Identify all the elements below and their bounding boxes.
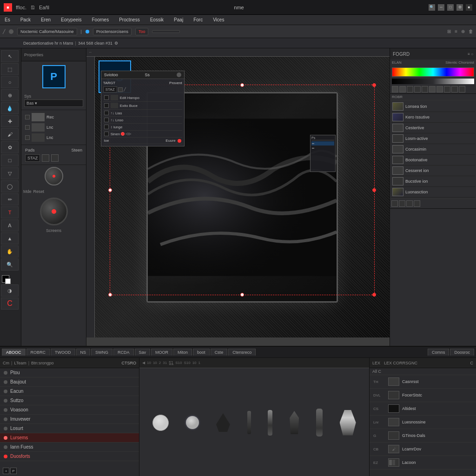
layer-item-0[interactable]: Lonsea tion — [391, 101, 475, 112]
preset-baujout[interactable]: Baujout — [0, 377, 139, 387]
float-row-6[interactable]: loe Euure — [103, 138, 182, 144]
adj-icon-4[interactable] — [414, 86, 421, 93]
list-view-btn[interactable]: ≡ — [455, 29, 457, 34]
layer-item-2[interactable]: Cestertive — [391, 123, 475, 133]
layer-item-7[interactable]: Bucstive ion — [391, 176, 475, 187]
layer-vis-3[interactable] — [25, 135, 30, 140]
menu-proctness[interactable]: Proctness — [117, 16, 141, 23]
options-trash[interactable]: 🗑 — [469, 29, 473, 34]
layer-item-8[interactable]: Luonasction — [391, 187, 475, 198]
preset-iann-fuess[interactable]: Iann Fuess — [0, 443, 139, 452]
tool-select[interactable]: ↖ — [1, 50, 19, 62]
menu-es[interactable]: Es — [3, 16, 12, 23]
adj-icon-8[interactable] — [444, 86, 450, 93]
bl-ctrl-1[interactable]: + — [3, 468, 9, 474]
menu-eorypeeis[interactable]: Eorypeeis — [59, 16, 83, 23]
adj-icon-9[interactable] — [451, 86, 458, 93]
adj-icon-5[interactable] — [422, 86, 428, 93]
options-field-2[interactable]: Proctensorcisens — [93, 28, 132, 35]
layer-btn-2[interactable] — [399, 200, 405, 207]
float-row-4[interactable]: ↕ lunge — [103, 124, 182, 131]
tool-active[interactable]: C — [1, 298, 19, 310]
adj-icon-3[interactable] — [407, 86, 413, 93]
bl-ctrl-2[interactable]: P — [10, 468, 17, 474]
tool-type[interactable]: T — [1, 206, 19, 218]
close-btn[interactable]: ■ — [466, 4, 472, 11]
tool-pen[interactable]: ✏ — [1, 193, 19, 205]
preset-eacun[interactable]: Eacun — [0, 387, 139, 396]
brush-lock[interactable] — [51, 154, 59, 162]
float-row-0[interactable]: Edit Haropo — [103, 94, 182, 102]
dial-control[interactable] — [45, 167, 63, 185]
tab-abooc[interactable]: ABOOC — [2, 349, 26, 356]
adj-icon-10[interactable] — [459, 86, 465, 93]
tab-ctensreco[interactable]: Ctensreco — [228, 349, 256, 356]
search-btn[interactable]: 🔍 — [429, 4, 435, 11]
layer-row-3[interactable]: Lnc — [24, 132, 83, 143]
foreground-background[interactable] — [1, 274, 20, 284]
tool-marquee[interactable]: ⬚ — [1, 63, 19, 75]
tool-clone[interactable]: ✿ — [1, 141, 19, 153]
tool-mask[interactable]: ◑ — [1, 284, 19, 297]
tab-rcda[interactable]: RCDA — [113, 349, 134, 356]
preset-imuvewer[interactable]: Imuvewer — [0, 415, 139, 424]
layer-item-6[interactable]: Cesseret ion — [391, 165, 475, 176]
br-row-3[interactable]: Lnr Luesnossine — [370, 416, 476, 429]
float-row-2[interactable]: ↑↓ Lias — [103, 110, 182, 117]
options-tool[interactable]: Too — [135, 28, 149, 35]
br-all[interactable]: All — [372, 369, 377, 374]
tool-zoom[interactable]: 🔍 — [1, 258, 19, 271]
float-toggle[interactable] — [118, 87, 123, 92]
tool-eraser[interactable]: □ — [1, 154, 19, 166]
menu-foornes[interactable]: Foornes — [90, 16, 111, 23]
menu-paaj[interactable]: Paaj — [172, 16, 185, 23]
tool-eyedrop[interactable]: 💧 — [1, 102, 19, 114]
float-row-3[interactable]: ↑↓ Lnso — [103, 117, 182, 124]
layer-item-5[interactable]: Bootonative — [391, 155, 475, 165]
layer-btn-4[interactable] — [414, 200, 420, 207]
menu-forc[interactable]: Forc — [192, 16, 205, 23]
float-vis-toggle[interactable] — [177, 73, 181, 77]
color-spectrum[interactable] — [392, 67, 474, 77]
layer-vis-1[interactable] — [25, 115, 30, 119]
foreground-color[interactable] — [2, 275, 9, 283]
restore-btn[interactable]: □ — [447, 4, 454, 11]
layer-item-1[interactable]: Kero Issutive — [391, 112, 475, 123]
canvas-content[interactable]: Ps •• ▪▪ Ps — [95, 57, 390, 337]
tab-moor[interactable]: MOOR — [151, 349, 172, 356]
br-row-1[interactable]: DVL FocerStstc — [370, 389, 476, 402]
tool-gradient[interactable]: ▽ — [1, 167, 19, 179]
sys-input[interactable]: Bas ▾ — [24, 99, 83, 107]
preset-ptou[interactable]: Ptou — [0, 368, 139, 377]
br-row-0[interactable]: TH Casnrsst — [370, 375, 476, 389]
preset-lursems[interactable]: Lursems — [0, 433, 139, 443]
tab-cste[interactable]: Cste — [211, 349, 228, 356]
adj-icon-1[interactable] — [392, 86, 398, 93]
float-cb-5[interactable] — [104, 132, 109, 136]
float-cb-2[interactable] — [104, 111, 109, 115]
layer-row-2[interactable]: Lnc — [24, 122, 83, 132]
preset-voasoon[interactable]: Voasoon — [0, 405, 139, 415]
grid-view-btn[interactable]: ⊞ — [447, 29, 451, 34]
float-staz[interactable]: STAZ — [103, 86, 117, 93]
minimize-btn[interactable]: ─ — [438, 4, 444, 11]
float-cb-4[interactable] — [104, 125, 109, 129]
bl-filter-o[interactable]: O — [133, 361, 136, 365]
bl-cm[interactable]: Cm — [3, 361, 9, 365]
adj-icon-2[interactable] — [399, 86, 406, 93]
tool-lasso[interactable]: ○ — [1, 76, 19, 88]
float-cb-0[interactable] — [104, 95, 109, 100]
tab-doosroc[interactable]: Doosroc — [450, 349, 474, 356]
options-input[interactable] — [152, 30, 180, 33]
layer-vis-2[interactable] — [25, 125, 30, 130]
staz-input[interactable]: STAZ — [25, 154, 40, 162]
menu-eren[interactable]: Eren — [39, 16, 53, 23]
float-tab2[interactable]: Ss — [145, 73, 150, 77]
menu-pack[interactable]: Pack — [19, 16, 33, 23]
tool-heal[interactable]: ✚ — [1, 115, 19, 127]
spectrum-bar[interactable] — [392, 79, 474, 84]
tab-boot[interactable]: boot — [193, 349, 210, 356]
tab-ns[interactable]: NS — [76, 349, 91, 356]
options-field-1[interactable]: Noctemic Callome/Masouine — [17, 28, 77, 35]
bm-arrow-left[interactable]: ◀ — [142, 361, 145, 365]
